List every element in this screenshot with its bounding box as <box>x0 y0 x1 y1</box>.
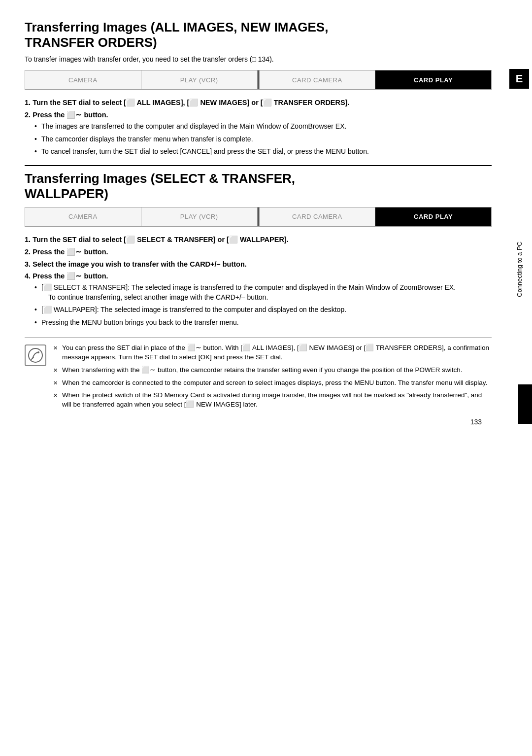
sub-text-s2-1: To continue transferring, select another… <box>48 292 492 302</box>
step1-s1: 1. Turn the SET dial to select [⬜ ALL IM… <box>25 99 492 107</box>
bullet-s2-1: [⬜ SELECT & TRANSFER]: The selected imag… <box>34 282 492 303</box>
bullet-s2-2: [⬜ WALLPAPER]: The selected image is tra… <box>34 305 492 314</box>
bullet-s1-2: The camcorder displays the transfer menu… <box>34 134 492 144</box>
mode-card-play-2: CARD PLAY <box>375 207 491 226</box>
note-item-3: When the camcorder is connected to the c… <box>53 378 492 388</box>
main-content: Transferring Images (ALL IMAGES, NEW IMA… <box>0 0 506 756</box>
mode-bar-2: CAMERA PLAY (VCR) CARD CAMERA CARD PLAY <box>25 207 492 227</box>
mode-card-camera-1: CARD CAMERA <box>260 70 376 89</box>
mode-play-vcr-2: PLAY (VCR) <box>141 207 258 226</box>
svg-point-0 <box>29 348 42 362</box>
step4-s2: 4. Press the ⬜∼ button. [⬜ SELECT & TRAN… <box>25 272 492 327</box>
step2-s1: 2. Press the ⬜∼ button. The images are t… <box>25 111 492 156</box>
step1-s2: 1. Turn the SET dial to select [⬜ SELECT… <box>25 236 492 244</box>
connecting-label: Connecting to a PC <box>516 241 523 297</box>
mode-bar-1: CAMERA PLAY (VCR) CARD CAMERA CARD PLAY <box>25 70 492 90</box>
bullet-s1-1: The images are transferred to the comput… <box>34 121 492 131</box>
section-divider <box>25 165 492 166</box>
mode-camera-1: CAMERA <box>25 70 141 89</box>
step2-s2: 2. Press the ⬜∼ button. <box>25 248 492 256</box>
bullet-s2-3: Pressing the MENU button brings you back… <box>34 317 492 327</box>
svg-point-1 <box>37 351 39 353</box>
steps-section2: 1. Turn the SET dial to select [⬜ SELECT… <box>25 236 492 327</box>
notes-list: You can press the SET dial in place of t… <box>53 344 492 410</box>
mode-play-vcr-1: PLAY (VCR) <box>141 70 258 89</box>
bullet-s1-3: To cancel transfer, turn the SET dial to… <box>34 146 492 156</box>
note-content: You can press the SET dial in place of t… <box>53 344 492 413</box>
page-number: 133 <box>470 418 482 426</box>
step3-s2: 3. Select the image you wish to transfer… <box>25 260 492 268</box>
mode-card-play-1: CARD PLAY <box>375 70 491 89</box>
step2-s1-bullets: The images are transferred to the comput… <box>34 121 492 156</box>
steps-section1: 1. Turn the SET dial to select [⬜ ALL IM… <box>25 99 492 156</box>
note-item-1: You can press the SET dial in place of t… <box>53 344 492 362</box>
section1-intro: To transfer images with transfer order, … <box>25 55 492 63</box>
step4-s2-bullets: [⬜ SELECT & TRANSFER]: The selected imag… <box>34 282 492 327</box>
page-footer: 133 <box>25 413 492 431</box>
black-bar <box>518 384 532 424</box>
right-sidebar: E Connecting to a PC <box>506 0 532 756</box>
section2-title: Transferring Images (SELECT & TRANSFER, … <box>25 171 492 202</box>
mode-camera-2: CAMERA <box>25 207 141 226</box>
section1-title: Transferring Images (ALL IMAGES, NEW IMA… <box>25 20 492 50</box>
note-icon <box>25 344 46 366</box>
note-item-2: When transferring with the ⬜∼ button, th… <box>53 366 492 375</box>
e-tab-letter: E <box>509 69 529 89</box>
mode-card-camera-2: CARD CAMERA <box>260 207 376 226</box>
note-box: You can press the SET dial in place of t… <box>25 337 492 413</box>
note-item-4: When the protect switch of the SD Memory… <box>53 391 492 410</box>
